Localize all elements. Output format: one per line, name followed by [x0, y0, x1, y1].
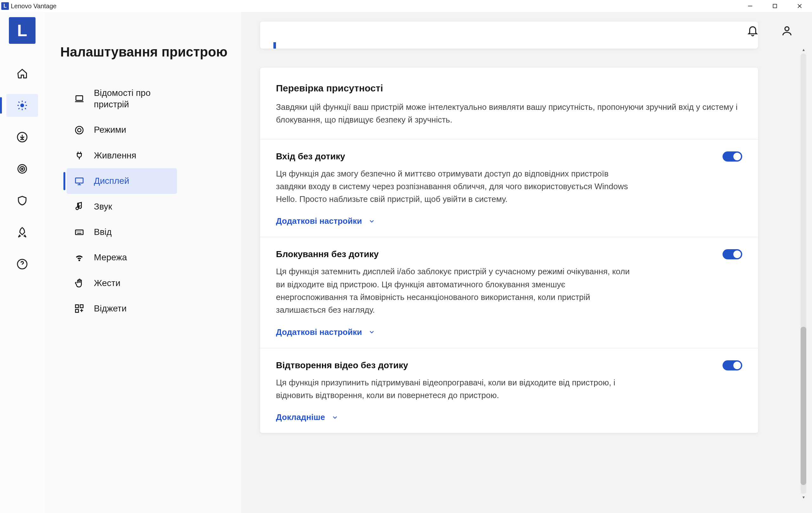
laptop-icon — [74, 93, 84, 104]
menu-toggle-icon[interactable] — [0, 45, 57, 57]
gear-icon — [17, 100, 28, 111]
chevron-down-icon — [331, 414, 339, 421]
section-description: Завдяки цій функції ваш пристрій може ін… — [276, 101, 742, 126]
option-learn-more-link[interactable]: Докладніше — [276, 412, 339, 422]
app-title: Lenovo Vantage — [11, 3, 56, 10]
display-icon — [74, 176, 84, 186]
settings-item-display[interactable]: Дисплей — [67, 168, 177, 194]
settings-item-audio[interactable]: Звук — [67, 194, 177, 219]
settings-item-widgets[interactable]: Віджети — [67, 296, 177, 321]
option-touchless-lock: Блокування без дотику Ця функція затемни… — [260, 237, 758, 348]
scroll-down-arrow[interactable]: ▾ — [801, 494, 806, 500]
settings-item-modes[interactable]: Режими — [67, 117, 177, 142]
app-icon: L — [1, 2, 9, 10]
svg-rect-16 — [80, 305, 83, 307]
download-icon — [17, 131, 28, 143]
option-description: Ця функція дає змогу безпечно й миттєво … — [276, 167, 638, 206]
svg-rect-1 — [773, 4, 777, 8]
settings-item-label: Мережа — [94, 252, 127, 263]
settings-item-input[interactable]: Ввід — [67, 219, 177, 245]
option-touchless-video: Відтворення відео без дотику Ця функція … — [260, 348, 758, 433]
nav-rail: L — [0, 12, 45, 513]
rail-item-scan[interactable] — [6, 158, 38, 180]
settings-item-label: Відомості про пристрій — [94, 87, 169, 110]
chevron-down-icon — [368, 218, 375, 225]
widgets-icon — [74, 303, 84, 314]
music-note-icon — [74, 201, 84, 212]
option-title: Блокування без дотику — [276, 249, 742, 259]
shield-icon — [17, 195, 28, 206]
maximize-button[interactable] — [762, 0, 787, 12]
svg-point-6 — [18, 165, 27, 173]
content-scroll[interactable]: Перевірка присутності Завдяки цій функці… — [241, 12, 812, 513]
settings-item-label: Живлення — [94, 150, 136, 161]
option-more-settings-link[interactable]: Додаткові настройки — [276, 327, 375, 337]
lenovo-logo: L — [9, 17, 35, 44]
settings-item-gestures[interactable]: Жести — [67, 270, 177, 296]
scrollbar-thumb[interactable] — [801, 327, 806, 485]
wifi-icon — [74, 253, 84, 263]
option-title: Вхід без дотику — [276, 152, 742, 162]
keyboard-icon — [74, 227, 84, 237]
hand-icon — [74, 278, 84, 288]
settings-item-label: Ввід — [94, 226, 112, 238]
presence-detection-card: Перевірка присутності Завдяки цій функці… — [260, 68, 758, 433]
home-icon — [17, 68, 28, 79]
help-icon — [17, 259, 28, 270]
close-button[interactable] — [787, 0, 812, 12]
option-description: Ця функція затемнить дисплей і/або забло… — [276, 265, 638, 316]
rocket-icon — [17, 227, 28, 238]
settings-subnav: Налаштування пристрою Відомості про прис… — [45, 12, 241, 513]
option-toggle[interactable] — [723, 249, 742, 259]
rail-item-downloads[interactable] — [6, 126, 38, 148]
plug-icon — [74, 151, 84, 161]
svg-point-12 — [76, 126, 83, 134]
svg-rect-10 — [76, 96, 83, 101]
target-icon — [17, 163, 28, 174]
option-title: Відтворення відео без дотику — [276, 360, 742, 371]
svg-rect-17 — [76, 309, 78, 313]
svg-rect-15 — [76, 305, 78, 307]
settings-item-about[interactable]: Відомості про пристрій — [67, 80, 177, 117]
section-title: Перевірка присутності — [276, 83, 742, 93]
bell-icon — [747, 25, 759, 37]
rail-item-performance[interactable] — [6, 221, 38, 244]
chevron-down-icon — [368, 329, 375, 335]
svg-point-11 — [78, 128, 81, 132]
svg-rect-14 — [76, 230, 83, 235]
notifications-button[interactable] — [747, 25, 759, 38]
minimize-button[interactable] — [738, 0, 762, 12]
svg-point-8 — [22, 168, 23, 170]
svg-point-4 — [21, 104, 24, 107]
settings-item-label: Режими — [94, 124, 126, 136]
scroll-up-arrow[interactable]: ▴ — [801, 47, 806, 53]
modes-icon — [74, 125, 84, 135]
settings-item-label: Жести — [94, 277, 120, 289]
svg-rect-13 — [76, 178, 83, 183]
rail-item-help[interactable] — [6, 253, 38, 275]
rail-item-device-settings[interactable] — [6, 94, 38, 117]
scrollbar-track[interactable] — [801, 53, 806, 494]
option-more-settings-link[interactable]: Додаткові настройки — [276, 216, 375, 226]
rail-item-security[interactable] — [6, 189, 38, 212]
option-toggle[interactable] — [723, 152, 742, 162]
previous-card-stub — [260, 22, 758, 49]
svg-point-18 — [785, 27, 789, 31]
settings-item-label: Дисплей — [94, 175, 129, 187]
page-title: Налаштування пристрою — [60, 43, 228, 61]
option-touchless-login: Вхід без дотику Ця функція дає змогу без… — [260, 139, 758, 237]
user-icon — [781, 25, 793, 37]
settings-item-label: Віджети — [94, 303, 126, 314]
settings-item-label: Звук — [94, 201, 112, 212]
settings-item-power[interactable]: Живлення — [67, 143, 177, 168]
settings-item-network[interactable]: Мережа — [67, 245, 177, 270]
option-description: Ця функція призупинить підтримувані віде… — [276, 376, 638, 402]
option-toggle[interactable] — [723, 360, 742, 371]
svg-point-7 — [20, 167, 25, 171]
rail-item-home[interactable] — [6, 62, 38, 85]
account-button[interactable] — [781, 25, 793, 38]
titlebar: L Lenovo Vantage — [0, 0, 812, 12]
